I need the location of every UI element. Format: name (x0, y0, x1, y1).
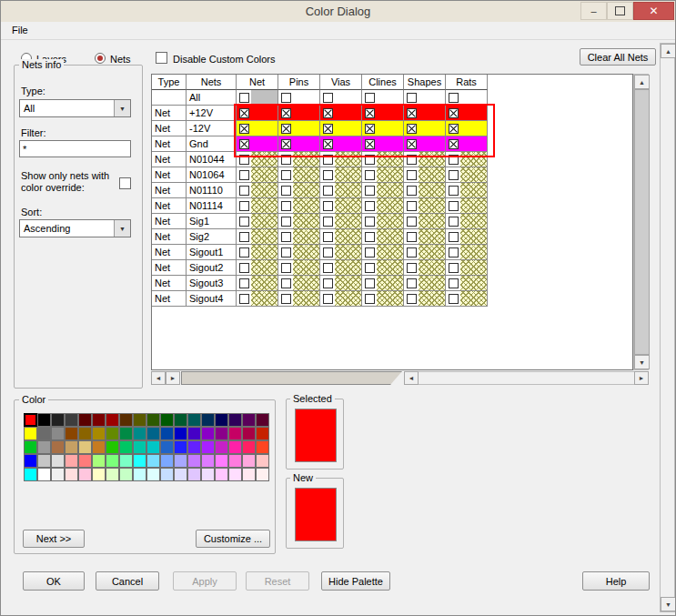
color-cell[interactable] (320, 167, 362, 183)
color-cell[interactable] (237, 106, 278, 121)
unchecked-checkbox[interactable] (281, 217, 291, 227)
palette-swatch[interactable] (228, 413, 242, 427)
color-cell[interactable] (362, 260, 404, 276)
unchecked-checkbox[interactable] (449, 278, 459, 288)
color-cell[interactable] (278, 291, 320, 307)
color-cell[interactable] (404, 291, 446, 307)
palette-swatch[interactable] (92, 440, 106, 454)
palette-swatch[interactable] (242, 454, 256, 468)
palette-swatch[interactable] (256, 440, 269, 454)
color-swatch[interactable] (419, 276, 445, 290)
color-cell[interactable] (320, 198, 362, 214)
palette-swatch[interactable] (133, 468, 146, 481)
palette-swatch[interactable] (37, 440, 51, 454)
color-swatch[interactable] (377, 106, 403, 120)
color-swatch[interactable] (251, 121, 277, 136)
palette-swatch[interactable] (215, 413, 228, 427)
palette-swatch[interactable] (242, 468, 256, 481)
color-swatch[interactable] (460, 183, 487, 197)
color-cell[interactable] (362, 152, 404, 167)
unchecked-checkbox[interactable] (365, 93, 375, 103)
net-name-cell[interactable]: N01044 (187, 152, 237, 167)
unchecked-checkbox[interactable] (407, 217, 417, 227)
color-cell[interactable] (320, 121, 362, 136)
color-swatch[interactable] (377, 121, 403, 136)
color-swatch[interactable] (460, 136, 487, 151)
color-cell[interactable] (362, 214, 404, 229)
color-swatch[interactable] (251, 106, 277, 120)
palette-swatch[interactable] (65, 468, 78, 481)
color-cell[interactable] (237, 136, 278, 152)
color-cell[interactable] (278, 90, 320, 106)
color-cell[interactable] (237, 245, 278, 260)
checked-checkbox[interactable] (323, 124, 333, 134)
color-swatch[interactable] (251, 276, 277, 290)
color-swatch[interactable] (377, 90, 403, 105)
palette-swatch[interactable] (228, 468, 242, 481)
unchecked-checkbox[interactable] (407, 93, 417, 103)
palette-swatch[interactable] (228, 440, 242, 454)
palette-swatch[interactable] (256, 427, 269, 440)
checked-checkbox[interactable] (239, 139, 249, 149)
palette-swatch[interactable] (174, 468, 187, 481)
filter-input[interactable] (19, 140, 131, 157)
color-cell[interactable] (404, 121, 446, 136)
unchecked-checkbox[interactable] (323, 294, 333, 304)
color-cell[interactable] (320, 136, 362, 152)
palette-swatch[interactable] (228, 427, 242, 440)
sheet-tab[interactable] (181, 371, 402, 385)
color-swatch[interactable] (251, 214, 277, 228)
color-swatch[interactable] (293, 136, 319, 151)
unchecked-checkbox[interactable] (449, 186, 459, 196)
color-swatch[interactable] (460, 260, 487, 275)
palette-swatch[interactable] (92, 454, 106, 468)
unchecked-checkbox[interactable] (239, 201, 249, 211)
unchecked-checkbox[interactable] (365, 294, 375, 304)
color-swatch[interactable] (419, 260, 445, 275)
next-button[interactable]: Next >> (23, 530, 85, 548)
color-cell[interactable] (362, 198, 404, 214)
palette-swatch[interactable] (65, 440, 78, 454)
color-swatch[interactable] (419, 183, 445, 197)
unchecked-checkbox[interactable] (407, 294, 417, 304)
color-cell[interactable] (320, 183, 362, 198)
color-cell[interactable] (362, 136, 404, 152)
unchecked-checkbox[interactable] (239, 93, 249, 103)
palette-swatch[interactable] (37, 454, 51, 468)
color-swatch[interactable] (251, 229, 277, 244)
color-cell[interactable] (404, 183, 446, 198)
color-cell[interactable] (320, 276, 362, 291)
color-cell[interactable] (404, 136, 446, 152)
color-swatch[interactable] (335, 152, 361, 167)
color-cell[interactable] (278, 276, 320, 291)
unchecked-checkbox[interactable] (281, 93, 291, 103)
color-cell[interactable] (404, 214, 446, 229)
color-swatch[interactable] (419, 106, 445, 120)
palette-swatch[interactable] (256, 468, 269, 481)
palette-swatch[interactable] (37, 468, 51, 481)
color-swatch[interactable] (377, 183, 403, 197)
color-cell[interactable] (278, 167, 320, 183)
color-swatch[interactable] (419, 90, 445, 105)
color-swatch[interactable] (293, 106, 319, 120)
table-vscrollbar[interactable]: ▲ ▼ (633, 74, 649, 370)
color-cell[interactable] (362, 106, 404, 121)
sort-select[interactable]: Ascending ▼ (19, 219, 131, 237)
color-swatch[interactable] (335, 198, 361, 213)
color-swatch[interactable] (335, 214, 361, 228)
menu-file[interactable]: File (8, 25, 32, 35)
palette-swatch[interactable] (51, 440, 65, 454)
scroll-down-icon[interactable]: ▼ (661, 597, 676, 611)
palette-swatch[interactable] (201, 427, 215, 440)
color-swatch[interactable] (251, 198, 277, 213)
color-swatch[interactable] (251, 167, 277, 182)
color-swatch[interactable] (460, 276, 487, 290)
checked-checkbox[interactable] (281, 139, 291, 149)
color-cell[interactable] (278, 183, 320, 198)
dropdown-arrow-icon[interactable]: ▼ (114, 100, 130, 116)
unchecked-checkbox[interactable] (365, 232, 375, 242)
unchecked-checkbox[interactable] (449, 247, 459, 258)
color-swatch[interactable] (419, 214, 445, 228)
palette-swatch[interactable] (51, 468, 65, 481)
unchecked-checkbox[interactable] (407, 155, 417, 165)
